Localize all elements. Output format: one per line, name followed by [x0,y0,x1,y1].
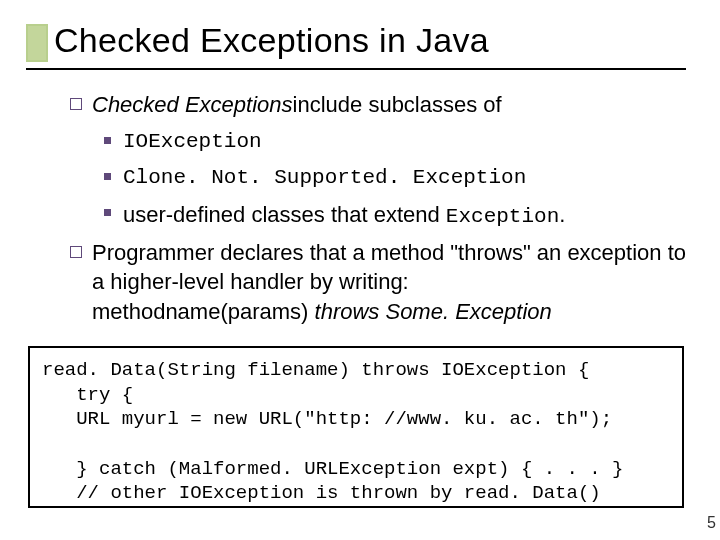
sub-bullet-3: user-defined classes that extend Excepti… [104,200,690,231]
bullet-2-line1: Programmer declares that a method "throw… [92,240,686,295]
sub-bullet-3-code: Exception [446,205,559,228]
small-square-bullet-icon [104,209,111,216]
sub-bullet-2: Clone. Not. Supported. Exception [104,164,690,192]
bullet-2: Programmer declares that a method "throw… [70,238,690,327]
square-bullet-icon [70,246,82,258]
content-area: Checked Exceptions include subclasses of… [70,90,690,327]
small-square-bullet-icon [104,173,111,180]
small-square-bullet-icon [104,137,111,144]
sub-bullet-2-text: Clone. Not. Supported. Exception [123,164,526,192]
bullet-1-rest: include subclasses of [293,90,502,120]
bullet-2-line2a: methodname(params) [92,299,315,324]
sub-bullet-1: IOException [104,128,690,156]
sub-bullet-1-text: IOException [123,128,262,156]
slide-title: Checked Exceptions in Java [54,21,489,60]
bullet-2-line2b: throws Some. Exception [315,299,552,324]
bullet-1-lead: Checked Exceptions [92,90,293,120]
square-bullet-icon [70,98,82,110]
title-underline-icon [26,68,686,70]
sub-bullet-3-lead: user-defined classes that extend [123,202,446,227]
page-number: 5 [707,514,716,532]
title-accent-icon [26,24,48,62]
code-box: read. Data(String filename) throws IOExc… [28,346,684,508]
bullet-1: Checked Exceptions include subclasses of [70,90,690,120]
sub-bullet-3-tail: . [559,202,565,227]
